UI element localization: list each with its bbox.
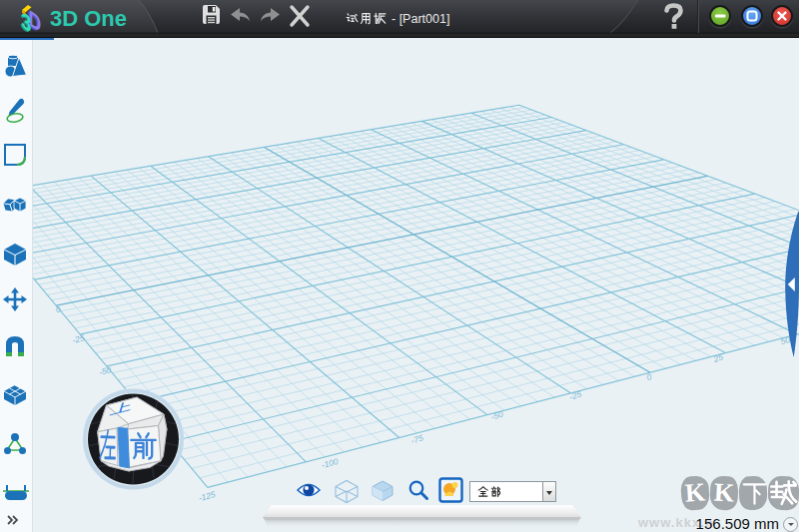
svg-text:-125: -125: [198, 489, 217, 503]
svg-text:-50: -50: [98, 364, 113, 377]
svg-text:-25: -25: [71, 332, 86, 345]
svg-text:-75: -75: [409, 433, 424, 446]
svg-text:0: 0: [645, 371, 653, 382]
svg-text:-100: -100: [321, 456, 340, 470]
svg-text:0: 0: [54, 303, 62, 314]
